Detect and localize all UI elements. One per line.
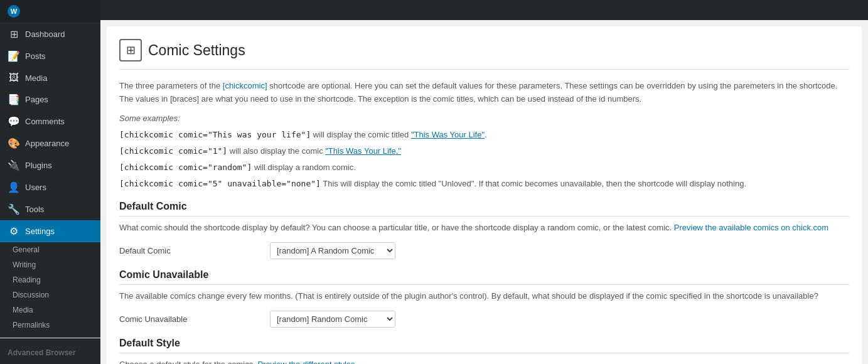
examples-label: Some examples: xyxy=(119,114,849,123)
sidebar-item-tools-label: Tools xyxy=(25,205,44,214)
default-comic-label: Default Comic xyxy=(119,246,257,255)
page-title: Comic Settings xyxy=(148,42,245,59)
settings-icon: ⚙ xyxy=(8,225,20,237)
sidebar-logo: W xyxy=(0,0,100,23)
sidebar-item-media-label: Media xyxy=(25,73,47,83)
example-3: [chickcomic comic="random"] will display… xyxy=(119,161,849,174)
default-comic-field-row: Default Comic [random] A Random Comic [l… xyxy=(119,242,849,259)
page-title-icon: ⊞ xyxy=(119,39,142,62)
sidebar-sub-general[interactable]: General xyxy=(0,242,100,257)
media-icon: 🖼 xyxy=(8,72,20,83)
preview-styles-link[interactable]: Preview the different styles xyxy=(257,360,355,364)
comic-unavailable-field-row: Comic Unavailable [random] Random Comic … xyxy=(119,311,849,328)
main-content: ⊞ Comic Settings The three parameters of… xyxy=(100,0,868,364)
sidebar-item-appearance-label: Appearance xyxy=(25,139,69,148)
section-default-comic-desc: What comic should the shortcode display … xyxy=(119,222,849,235)
sidebar-item-settings-label: Settings xyxy=(25,227,55,236)
example-2-link[interactable]: "This Was Your Life." xyxy=(325,146,401,156)
example-2: [chickcomic comic="1"] will also display… xyxy=(119,144,849,158)
sidebar-sub-writing[interactable]: Writing xyxy=(0,257,100,272)
sidebar-item-comments-label: Comments xyxy=(25,117,65,126)
admin-bar xyxy=(100,0,868,20)
sidebar-item-appearance[interactable]: 🎨 Appearance xyxy=(0,132,100,154)
sidebar-item-users-label: Users xyxy=(25,183,46,192)
tools-icon: 🔧 xyxy=(8,203,20,215)
default-comic-select[interactable]: [random] A Random Comic [latest] Latest … xyxy=(270,242,395,259)
posts-icon: 📝 xyxy=(8,50,20,62)
section-comic-unavailable-desc: The available comics change every few mo… xyxy=(119,290,849,303)
sidebar-sub-permalinks[interactable]: Permalinks xyxy=(0,318,100,333)
example-1-link[interactable]: "This Was Your Life" xyxy=(411,130,485,139)
sidebar-item-pages-label: Pages xyxy=(25,95,48,104)
sidebar-item-pages[interactable]: 📑 Pages xyxy=(0,88,100,110)
sidebar-sub-reading[interactable]: Reading xyxy=(0,272,100,287)
sidebar-item-posts[interactable]: 📝 Posts xyxy=(0,45,100,67)
sidebar-item-dashboard[interactable]: ⊞ Dashboard xyxy=(0,23,100,45)
page-title-bar: ⊞ Comic Settings xyxy=(119,39,849,70)
section-default-style-heading: Default Style xyxy=(119,338,849,353)
sidebar-sub-discussion[interactable]: Discussion xyxy=(0,287,100,302)
sidebar-item-settings[interactable]: ⚙ Settings xyxy=(0,220,100,242)
sidebar-sub-media[interactable]: Media xyxy=(0,302,100,318)
plugins-icon: 🔌 xyxy=(8,159,20,171)
example-1: [chickcomic comic="This was your life"] … xyxy=(119,128,849,142)
sidebar-item-media[interactable]: 🖼 Media xyxy=(0,67,100,88)
sidebar-item-comments[interactable]: 💬 Comments xyxy=(0,110,100,132)
advanced-browser-label: Advanced Browser xyxy=(0,343,100,360)
preview-comics-link[interactable]: Preview the available comics on chick.co… xyxy=(674,223,828,232)
sidebar: W ⊞ Dashboard 📝 Posts 🖼 Media 📑 Pages 💬 … xyxy=(0,0,100,364)
pages-icon: 📑 xyxy=(8,94,20,105)
users-icon: 👤 xyxy=(8,181,20,193)
sidebar-item-plugins[interactable]: 🔌 Plugins xyxy=(0,154,100,176)
sidebar-item-posts-label: Posts xyxy=(25,51,46,61)
content-area: ⊞ Comic Settings The three parameters of… xyxy=(107,26,862,364)
section-default-comic-heading: Default Comic xyxy=(119,201,849,217)
sidebar-item-users[interactable]: 👤 Users xyxy=(0,176,100,198)
comic-unavailable-label: Comic Unavailable xyxy=(119,314,257,324)
dashboard-icon: ⊞ xyxy=(8,28,20,40)
example-4: [chickcomic comic="5" unavailable="none"… xyxy=(119,177,849,191)
sidebar-item-plugins-label: Plugins xyxy=(25,161,52,170)
main-description: The three parameters of the [chickcomic]… xyxy=(119,80,849,106)
comic-unavailable-select[interactable]: [random] Random Comic [latest] Latest Co… xyxy=(270,311,395,328)
comments-icon: 💬 xyxy=(8,115,20,127)
sidebar-item-dashboard-label: Dashboard xyxy=(25,29,65,39)
section-comic-unavailable-heading: Comic Unavailable xyxy=(119,269,849,285)
appearance-icon: 🎨 xyxy=(8,137,20,149)
sidebar-item-tools[interactable]: 🔧 Tools xyxy=(0,198,100,220)
wp-logo-icon: W xyxy=(8,5,20,18)
section-default-style-desc: Choose a default style for the comics. P… xyxy=(119,358,849,364)
